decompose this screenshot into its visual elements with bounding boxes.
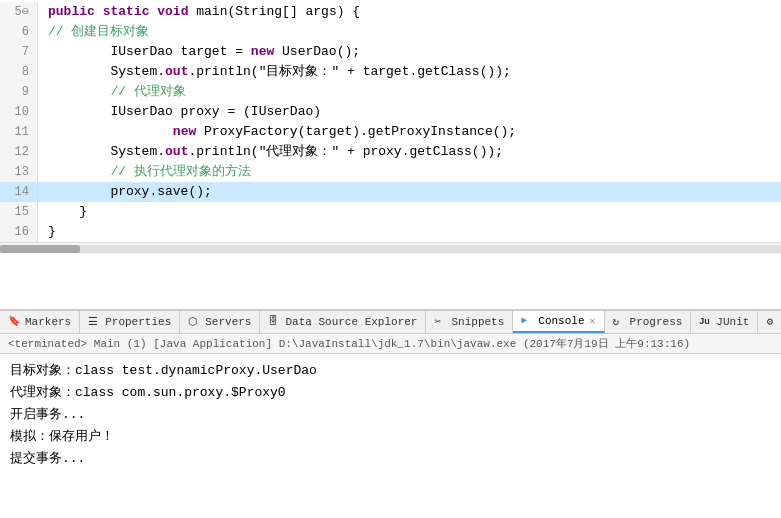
console-tab-close[interactable]: ✕: [590, 315, 596, 327]
line-content-15: }: [38, 202, 87, 222]
junit-icon: [699, 315, 713, 329]
line-number-7: 7: [0, 42, 38, 62]
line-number-9: 9: [0, 82, 38, 102]
code-line-14: 14 proxy.save();: [0, 182, 781, 202]
console-status-bar: <terminated> Main (1) [Java Application]…: [0, 334, 781, 354]
progress-icon: [613, 315, 627, 329]
code-line-5: 5⊖ public static void main(String[] args…: [0, 2, 781, 22]
tab-markers[interactable]: Markers: [0, 311, 80, 333]
console-line-5: 提交事务...: [10, 448, 771, 470]
datasource-icon: [268, 315, 282, 329]
line-content-8: System.out.println("目标对象：" + target.getC…: [38, 62, 511, 82]
scrollbar-thumb[interactable]: [0, 245, 80, 253]
line-number-5: 5⊖: [0, 2, 38, 22]
servers-icon: [188, 315, 202, 329]
tab-junit[interactable]: JUnit: [691, 311, 758, 333]
code-line-6: 6 // 创建目标对象: [0, 22, 781, 42]
tab-snippets-label: Snippets: [451, 316, 504, 328]
code-line-11: 11 new ProxyFactory(target).getProxyInst…: [0, 122, 781, 142]
tab-snippets[interactable]: Snippets: [426, 311, 513, 333]
tab-console-label: Console: [538, 315, 584, 327]
bottom-tab-bar: Markers Properties Servers Data Source E…: [0, 310, 781, 334]
tab-debug[interactable]: Debug: [758, 311, 781, 333]
code-line-13: 13 // 执行代理对象的方法: [0, 162, 781, 182]
line-content-6: // 创建目标对象: [38, 22, 149, 42]
snippets-icon: [434, 315, 448, 329]
console-output: 目标对象：class test.dynamicProxy.UserDao 代理对…: [0, 354, 781, 514]
code-line-15: 15 }: [0, 202, 781, 222]
properties-icon: [88, 315, 102, 329]
tab-datasource[interactable]: Data Source Explorer: [260, 311, 426, 333]
code-line-8: 8 System.out.println("目标对象：" + target.ge…: [0, 62, 781, 82]
tab-servers[interactable]: Servers: [180, 311, 260, 333]
tab-markers-label: Markers: [25, 316, 71, 328]
tab-datasource-label: Data Source Explorer: [285, 316, 417, 328]
tab-progress[interactable]: Progress: [605, 311, 692, 333]
console-line-4: 模拟：保存用户！: [10, 426, 771, 448]
scrollbar-track: [0, 245, 781, 253]
console-icon: [521, 314, 535, 328]
code-line-7: 7 IUserDao target = new UserDao();: [0, 42, 781, 62]
line-content-13: // 执行代理对象的方法: [38, 162, 251, 182]
console-line-3: 开启事务...: [10, 404, 771, 426]
code-line-9: 9 // 代理对象: [0, 82, 781, 102]
line-number-15: 15: [0, 202, 38, 222]
console-line-2: 代理对象：class com.sun.proxy.$Proxy0: [10, 382, 771, 404]
line-number-10: 10: [0, 102, 38, 122]
line-content-14: proxy.save();: [38, 182, 212, 202]
code-line-10: 10 IUserDao proxy = (IUserDao): [0, 102, 781, 122]
line-number-13: 13: [0, 162, 38, 182]
code-line-16: 16 }: [0, 222, 781, 242]
debug-icon: [766, 315, 780, 329]
markers-icon: [8, 315, 22, 329]
tab-properties[interactable]: Properties: [80, 311, 180, 333]
tab-servers-label: Servers: [205, 316, 251, 328]
console-line-1: 目标对象：class test.dynamicProxy.UserDao: [10, 360, 771, 382]
line-number-6: 6: [0, 22, 38, 42]
code-horizontal-scrollbar[interactable]: [0, 242, 781, 254]
code-lines: 5⊖ public static void main(String[] args…: [0, 0, 781, 242]
tab-properties-label: Properties: [105, 316, 171, 328]
tab-console[interactable]: Console ✕: [513, 311, 604, 333]
line-number-12: 12: [0, 142, 38, 162]
tab-junit-label: JUnit: [716, 316, 749, 328]
code-editor[interactable]: 5⊖ public static void main(String[] args…: [0, 0, 781, 310]
line-content-9: // 代理对象: [38, 82, 186, 102]
line-content-7: IUserDao target = new UserDao();: [38, 42, 360, 62]
line-content-12: System.out.println("代理对象：" + proxy.getCl…: [38, 142, 503, 162]
line-content-5: public static void main(String[] args) {: [38, 2, 360, 22]
line-content-16: }: [38, 222, 56, 242]
line-number-8: 8: [0, 62, 38, 82]
line-content-11: new ProxyFactory(target).getProxyInstanc…: [38, 122, 516, 142]
line-number-14: 14: [0, 182, 38, 202]
terminated-status: <terminated> Main (1) [Java Application]…: [8, 336, 690, 351]
line-content-10: IUserDao proxy = (IUserDao): [38, 102, 321, 122]
tab-progress-label: Progress: [630, 316, 683, 328]
line-number-16: 16: [0, 222, 38, 242]
code-line-12: 12 System.out.println("代理对象：" + proxy.ge…: [0, 142, 781, 162]
line-number-11: 11: [0, 122, 38, 142]
